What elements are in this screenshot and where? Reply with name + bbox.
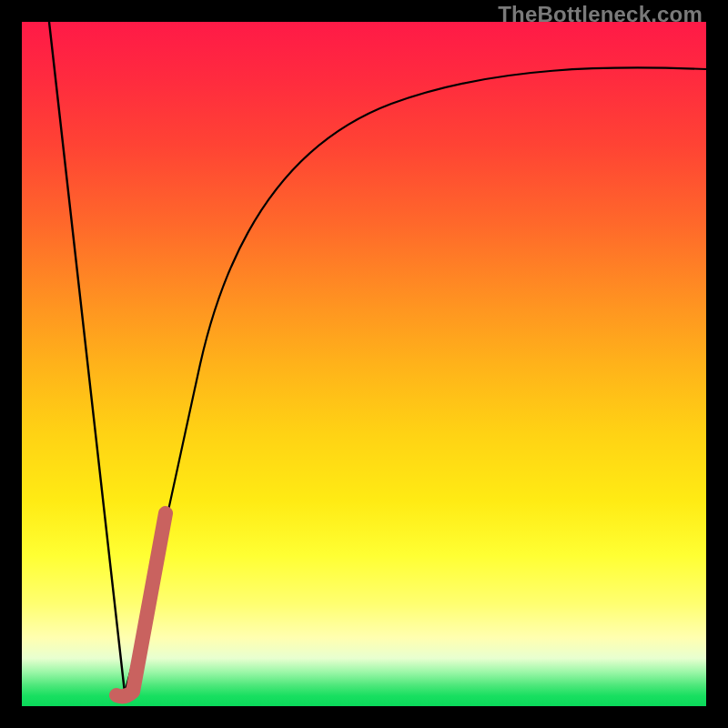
chart-frame: TheBottleneck.com — [0, 0, 728, 728]
marker-segment — [116, 513, 166, 696]
plot-area — [22, 22, 706, 706]
left-slope-line — [49, 22, 125, 693]
right-curve-line — [125, 67, 706, 693]
curves-svg — [22, 22, 706, 706]
